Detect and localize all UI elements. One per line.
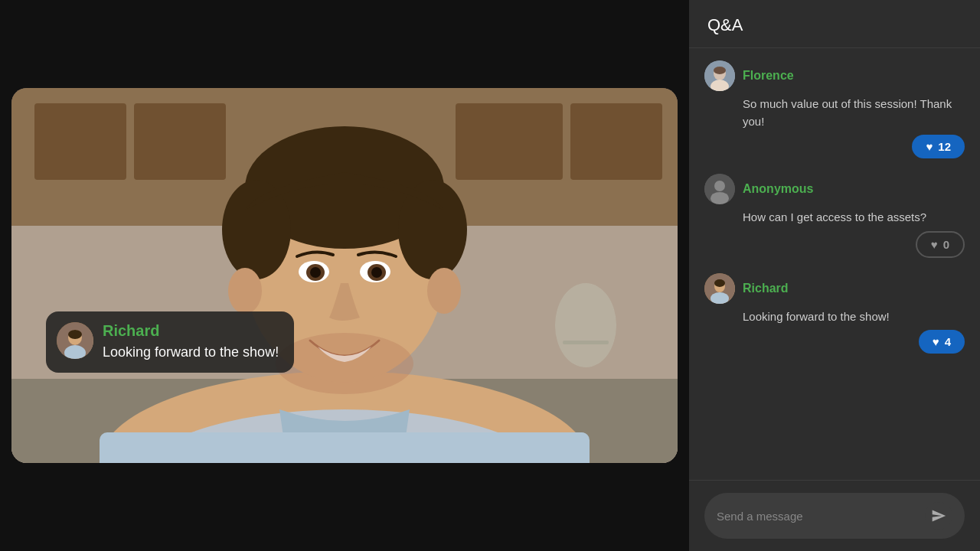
avatar	[704, 174, 735, 204]
svg-rect-3	[134, 103, 226, 180]
heart-icon: ♥	[926, 140, 933, 153]
overlay-content: Richard Looking forward to the show!	[103, 322, 279, 362]
qa-footer-richard: ♥ 4	[704, 330, 965, 354]
svg-rect-25	[100, 432, 590, 463]
like-button-anon[interactable]: ♥ 0	[916, 231, 965, 258]
qa-title: Q&A	[707, 15, 743, 34]
like-count-florence: 12	[938, 140, 951, 153]
qa-item-header-anon: Anonymous	[704, 174, 965, 204]
like-button-richard[interactable]: ♥ 4	[919, 330, 965, 354]
heart-icon: ♥	[931, 238, 938, 251]
svg-point-21	[371, 267, 382, 278]
qa-footer-anon: ♥ 0	[704, 231, 965, 258]
qa-message-anon: How can I get access to the assets?	[743, 209, 965, 227]
overlay-message: Looking forward to the show!	[103, 343, 279, 362]
message-input[interactable]	[717, 510, 917, 523]
svg-rect-9	[563, 341, 609, 344]
qa-item-header-richard: Richard	[704, 273, 965, 304]
svg-point-8	[555, 283, 616, 367]
svg-rect-4	[456, 103, 563, 180]
avatar	[704, 60, 735, 91]
qa-input-wrapper	[704, 493, 965, 539]
video-background	[11, 88, 678, 463]
list-item: Florence So much value out of this sessi…	[704, 60, 965, 158]
heart-icon: ♥	[933, 335, 939, 348]
svg-point-39	[714, 279, 725, 287]
qa-messages: Florence So much value out of this sessi…	[689, 48, 980, 480]
qa-panel: Q&A Florence So much value out of this s…	[689, 0, 980, 551]
svg-point-32	[714, 67, 726, 74]
qa-item-header-florence: Florence	[704, 60, 965, 91]
qa-username-richard: Richard	[743, 282, 789, 295]
video-area: Richard Looking forward to the show!	[0, 0, 689, 551]
svg-point-24	[427, 268, 461, 314]
qa-footer-florence: ♥ 12	[704, 135, 965, 158]
video-frame: Richard Looking forward to the show!	[11, 88, 678, 463]
avatar	[704, 273, 735, 304]
qa-input-area	[689, 480, 980, 551]
qa-username-florence: Florence	[743, 69, 794, 83]
overlay-avatar	[57, 322, 93, 359]
chat-overlay: Richard Looking forward to the show!	[46, 311, 294, 373]
qa-username-anon: Anonymous	[743, 182, 813, 196]
svg-point-14	[222, 180, 291, 279]
overlay-username: Richard	[103, 322, 279, 340]
svg-rect-5	[570, 103, 662, 180]
qa-header: Q&A	[689, 0, 980, 48]
like-count-anon: 0	[943, 238, 949, 251]
svg-point-22	[276, 333, 413, 394]
qa-message-florence: So much value out of this session! Thank…	[743, 96, 965, 130]
svg-rect-2	[34, 103, 126, 180]
like-count-richard: 4	[945, 335, 951, 348]
svg-point-15	[398, 180, 467, 279]
like-button-florence[interactable]: ♥ 12	[912, 135, 965, 158]
svg-point-28	[68, 330, 82, 339]
send-button[interactable]	[925, 502, 952, 530]
svg-point-35	[714, 181, 725, 191]
svg-point-20	[310, 267, 321, 278]
list-item: Richard Looking forward to the show! ♥ 4	[704, 273, 965, 354]
svg-point-36	[710, 192, 729, 204]
list-item: Anonymous How can I get access to the as…	[704, 174, 965, 258]
qa-message-richard: Looking forward to the show!	[743, 308, 965, 326]
send-icon	[931, 508, 946, 523]
svg-point-23	[228, 268, 262, 314]
